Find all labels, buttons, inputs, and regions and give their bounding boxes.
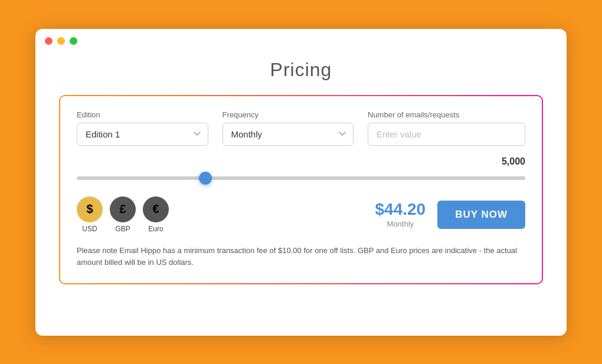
currency-usd[interactable]: $ USD — [77, 196, 103, 233]
minimize-button-dot[interactable] — [57, 37, 65, 45]
gbp-label: GBP — [115, 225, 130, 233]
edition-select[interactable]: Edition 1 Edition 2 Edition 3 — [77, 123, 208, 146]
usd-label: USD — [82, 225, 97, 233]
currency-gbp[interactable]: £ GBP — [110, 196, 136, 233]
pricing-card: Edition Edition 1 Edition 2 Edition 3 Fr… — [59, 95, 543, 285]
price-display: $44.20 Monthly — [375, 201, 426, 228]
buy-now-button[interactable]: BUY NOW — [437, 201, 525, 229]
price-amount: $44.20 — [375, 201, 426, 218]
volume-slider[interactable] — [77, 176, 525, 180]
currency-euro[interactable]: € Euro — [143, 196, 169, 233]
bottom-row: $ USD £ GBP € Euro $44.20 Monthly BUY NO… — [77, 196, 525, 233]
frequency-group: Frequency Monthly Annually — [223, 110, 354, 146]
price-frequency: Monthly — [375, 219, 426, 228]
usd-icon: $ — [77, 196, 103, 222]
edition-label: Edition — [77, 110, 208, 119]
slider-container: 5,000 — [77, 156, 525, 182]
page-title: Pricing — [35, 59, 567, 81]
disclaimer-text: Please note Email Hippo has a minimum tr… — [77, 245, 525, 270]
frequency-label: Frequency — [223, 110, 354, 119]
emails-group: Number of emails/requests — [368, 110, 525, 146]
titlebar — [35, 29, 567, 53]
frequency-select[interactable]: Monthly Annually — [223, 123, 354, 146]
euro-icon: € — [143, 196, 169, 222]
edition-group: Edition Edition 1 Edition 2 Edition 3 — [77, 110, 208, 146]
emails-label: Number of emails/requests — [368, 110, 525, 119]
slider-value-display: 5,000 — [77, 156, 525, 167]
maximize-button-dot[interactable] — [70, 37, 77, 45]
gbp-icon: £ — [110, 196, 136, 222]
euro-label: Euro — [148, 225, 163, 233]
form-row: Edition Edition 1 Edition 2 Edition 3 Fr… — [77, 110, 525, 146]
emails-input[interactable] — [368, 123, 525, 146]
app-window: Pricing Edition Edition 1 Edition 2 Edit… — [35, 29, 567, 336]
close-button-dot[interactable] — [45, 37, 53, 45]
price-buy-group: $44.20 Monthly BUY NOW — [375, 201, 526, 229]
currency-icons: $ USD £ GBP € Euro — [77, 196, 169, 233]
